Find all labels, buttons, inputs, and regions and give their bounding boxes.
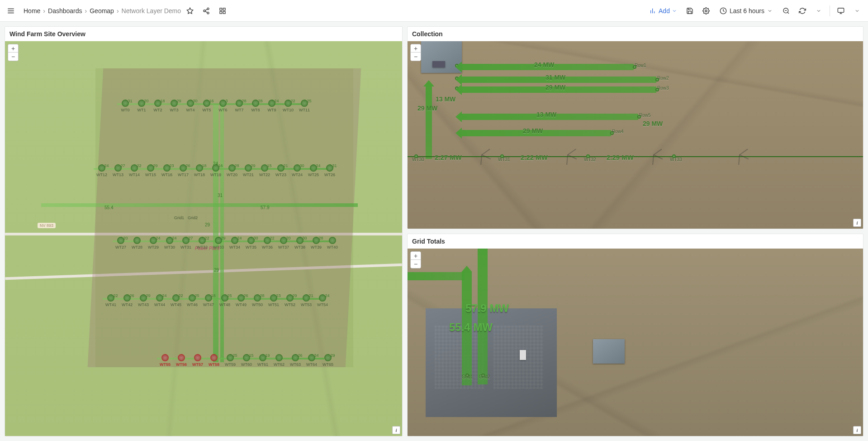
turbine[interactable]: 2.22WT14 (126, 164, 142, 177)
turbine[interactable]: 2.18WT47 (200, 294, 217, 307)
more-button[interactable] (850, 4, 864, 18)
turbine[interactable]: WT28 (129, 237, 145, 249)
turbine[interactable]: 2.25WT59 (222, 354, 238, 367)
turbine[interactable]: 2.30WT4 (182, 100, 199, 112)
map-overview[interactable]: + − NV 893 55.4 57.9 24 31 29 29 (5, 41, 402, 436)
turbine[interactable]: 2.31WT0 (117, 100, 133, 112)
turbine[interactable]: 2.22WT32 (194, 237, 210, 249)
turbine[interactable]: 2.18WT18 (191, 164, 208, 177)
turbine[interactable]: 2.25WT11 (296, 100, 313, 112)
turbine[interactable]: 2.29WT15 (142, 164, 159, 177)
turbine[interactable]: 2.29WT52 (282, 294, 298, 307)
map-collection[interactable]: +− 24 MWRow131 MWRow229 MWRow313 MWRow52… (408, 41, 863, 229)
turbine[interactable]: 2.24WT30 (161, 237, 178, 249)
share-button[interactable] (199, 4, 213, 18)
turbine[interactable]: 0WT55 (157, 354, 173, 367)
turbine[interactable]: 2.16WT19 (208, 164, 224, 177)
turbine[interactable]: 2.24WT34 (227, 237, 243, 249)
turbine[interactable]: 2.27WT13 (110, 164, 126, 177)
attribution-button[interactable]: i (853, 426, 861, 434)
zoom-out-button[interactable]: − (411, 53, 421, 61)
turbine[interactable]: 2.29WT3 (166, 100, 182, 112)
apps-button[interactable] (215, 4, 230, 18)
turbine[interactable]: WT62 (271, 354, 287, 367)
save-button[interactable] (683, 4, 697, 18)
zoom-in-button[interactable]: + (8, 44, 18, 53)
turbine[interactable]: 2.18WT2 (150, 100, 166, 112)
turbine[interactable]: 2.24WT29 (145, 237, 161, 249)
map-totals[interactable]: +− 57.9 MW 55.4 MW Grid1 Grid2 i (408, 249, 863, 436)
turbine[interactable]: 2.30WT38 (292, 237, 308, 249)
panel-title[interactable]: Wind Farm Site Overview (5, 27, 402, 41)
refresh-interval-button[interactable] (811, 4, 826, 18)
turbine[interactable]: 2.24WT9 (264, 100, 280, 112)
zoom-in-button[interactable]: + (411, 252, 421, 260)
turbine[interactable]: 2.34WT64 (304, 354, 320, 367)
turbine[interactable]: WT40 (324, 237, 341, 249)
turbine[interactable]: 2.22WT41 (103, 294, 119, 307)
turbine[interactable]: 2.30WT24 (289, 164, 305, 177)
add-button[interactable]: Add (646, 5, 681, 16)
turbine[interactable]: 2.23WT16 (159, 164, 175, 177)
turbine[interactable]: 2.30WT35 (243, 237, 259, 249)
turbine[interactable]: 2.15WT60 (238, 354, 255, 367)
turbine[interactable]: 2.21WT23 (273, 164, 289, 177)
zoom-in-button[interactable]: + (411, 44, 421, 53)
turbine[interactable]: 2.20WT1 (133, 100, 150, 112)
turbine[interactable]: 2.29WT33 (210, 237, 227, 249)
turbine[interactable]: 2.28WT50 (249, 294, 266, 307)
turbine[interactable]: 0WT56 (173, 354, 190, 367)
attribution-button[interactable]: i (853, 219, 861, 227)
turbine[interactable]: 0WT58 (206, 354, 222, 367)
zoom-out-button[interactable]: − (8, 53, 18, 61)
panel-title[interactable]: Collection (408, 27, 863, 41)
turbine[interactable]: 2.26WT49 (233, 294, 249, 307)
turbine[interactable]: 2.26WT63 (287, 354, 304, 367)
turbine[interactable]: 2.29WT21 (240, 164, 256, 177)
turbine[interactable]: 2.28WT7 (231, 100, 247, 112)
turbine[interactable]: 2.22WT36 (259, 237, 275, 249)
turbine[interactable]: 2.28WT39 (308, 237, 324, 249)
turbine[interactable]: 2.3WT6 (215, 100, 231, 112)
zoom-out-time-button[interactable] (779, 4, 793, 18)
time-picker[interactable]: Last 6 hours (715, 5, 777, 16)
turbine[interactable]: 2.25WT46 (184, 294, 200, 307)
turbine[interactable]: 2.23WT51 (266, 294, 282, 307)
turbine[interactable]: 2.24WT25 (305, 164, 322, 177)
turbine[interactable]: 2.15WT22 (256, 164, 273, 177)
turbine[interactable]: 2.24WT44 (152, 294, 168, 307)
turbine[interactable]: 2.24WT54 (314, 294, 331, 307)
turbine[interactable]: 2.22WT45 (168, 294, 184, 307)
turbine[interactable]: 2.22WT10 (280, 100, 296, 112)
turbine[interactable]: 2.25WT48 (217, 294, 233, 307)
settings-button[interactable] (699, 4, 713, 18)
kiosk-button[interactable] (834, 4, 848, 18)
turbine[interactable]: 2.20WT37 (275, 237, 292, 249)
turbine[interactable]: 2.24WT12 (94, 164, 110, 177)
turbine[interactable]: 0WT57 (190, 354, 206, 367)
turbine[interactable]: 2.21WT53 (298, 294, 314, 307)
grid-icon (219, 7, 226, 14)
turbine[interactable]: 2.29WT43 (135, 294, 152, 307)
turbine[interactable]: 2.26WT42 (119, 294, 135, 307)
breadcrumb-dashboards[interactable]: Dashboards (48, 7, 82, 14)
menu-button[interactable] (4, 4, 18, 18)
breadcrumb-home[interactable]: Home (24, 7, 40, 14)
panel-title[interactable]: Grid Totals (408, 234, 863, 249)
attribution-button[interactable]: i (392, 426, 400, 434)
turbine[interactable]: 2.28WT20 (224, 164, 240, 177)
favorite-button[interactable] (183, 4, 197, 18)
panel-collection: Collection +− 24 MWRow131 MWRow229 MWRow… (407, 26, 863, 229)
turbine[interactable]: 2.16WT5 (199, 100, 215, 112)
turbine[interactable]: 2.29WT65 (320, 354, 336, 367)
refresh-button[interactable] (795, 4, 810, 18)
breadcrumb-geomap[interactable]: Geomap (90, 7, 114, 14)
zoom-out-button[interactable]: − (411, 260, 421, 268)
turbine[interactable]: 2.27WT31 (178, 237, 194, 249)
chevron-down-icon (816, 8, 821, 14)
turbine[interactable]: 2.19WT61 (255, 354, 271, 367)
turbine[interactable]: 2.31WT26 (322, 164, 338, 177)
turbine[interactable]: 2.26WT17 (175, 164, 191, 177)
turbine[interactable]: 2.28WT8 (247, 100, 264, 112)
turbine[interactable]: 2.20WT27 (113, 237, 129, 249)
